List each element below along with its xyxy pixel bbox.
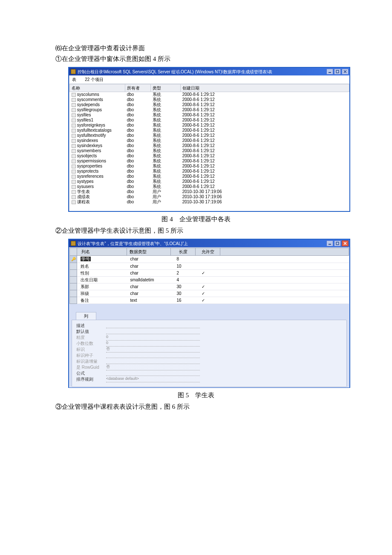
table-row[interactable]: 学生表dbo用户2010-10-30 17:19:06	[70, 189, 349, 194]
titlebar[interactable]: 设计表“学生表”，位置是“学生成绩管理表”中、“(LOCAL)”上	[69, 240, 349, 247]
col-type[interactable]: 数据类型	[127, 248, 171, 256]
design-row[interactable]: 出生日期smalldatetim4	[70, 276, 349, 283]
tab-column[interactable]: 列	[76, 312, 96, 320]
table-row[interactable]: sysfulltextnotifydbo系统2000-8-6 1:29:12	[70, 133, 349, 138]
row-selector[interactable]	[70, 290, 77, 297]
close-button[interactable]	[342, 69, 349, 75]
cell-length[interactable]: 30	[171, 283, 196, 290]
property-value[interactable]	[106, 329, 200, 334]
cell-length[interactable]: 4	[171, 276, 196, 283]
cell-owner: dbo	[125, 123, 151, 128]
table-row[interactable]: sysreferencesdbo系统2000-8-6 1:29:12	[70, 174, 349, 179]
cell-column-name[interactable]: 性别	[77, 269, 127, 276]
cell-data-type[interactable]: char	[127, 263, 171, 269]
design-row[interactable]: 姓名char10	[70, 263, 349, 269]
table-icon	[72, 170, 76, 173]
cell-column-name[interactable]: 学号	[77, 256, 127, 263]
col-name[interactable]: 列名	[77, 248, 127, 256]
design-row[interactable]: 备注text16✓	[70, 297, 349, 304]
cell-length[interactable]: 2	[171, 269, 196, 276]
row-selector[interactable]	[70, 263, 77, 269]
cell-allow-null[interactable]	[196, 256, 220, 263]
cell-allow-null[interactable]	[196, 276, 220, 283]
cell-data-type[interactable]: char	[127, 290, 171, 297]
cell-length[interactable]: 8	[171, 256, 196, 263]
cell-data-type[interactable]: char	[127, 256, 171, 263]
property-value[interactable]: 0	[106, 334, 200, 341]
table-row[interactable]: 成绩表dbo用户2010-10-30 17:19:06	[70, 194, 349, 199]
table-row[interactable]: sysusersdbo系统2000-8-6 1:29:12	[70, 184, 349, 189]
cell-length[interactable]: 16	[171, 297, 196, 304]
table-row[interactable]: systypesdbo系统2000-8-6 1:29:12	[70, 179, 349, 184]
column-design-grid[interactable]: 列名 数据类型 长度 允许空 🔑学号char8姓名char10性别char2✓出…	[69, 248, 349, 304]
table-row[interactable]: 课程表dbo用户2010-10-30 17:19:06	[70, 199, 349, 205]
property-value[interactable]	[106, 371, 200, 376]
titlebar[interactable]: 控制台根目录\Microsoft SQL Servers\SQL Server …	[69, 68, 349, 75]
row-selector[interactable]	[70, 276, 77, 283]
close-button[interactable]	[342, 240, 349, 246]
table-list[interactable]: 名称 所有者 类型 创建日期 syscolumnsdbo系统2000-8-6 1…	[69, 84, 349, 205]
cell-allow-null[interactable]	[196, 263, 220, 269]
property-value[interactable]: 0	[106, 340, 200, 347]
cell-length[interactable]: 30	[171, 290, 196, 297]
cell-data-type[interactable]: text	[127, 297, 171, 304]
design-row[interactable]: 性别char2✓	[70, 269, 349, 276]
col-date[interactable]: 创建日期	[181, 84, 349, 92]
table-row[interactable]: syspermissionsdbo系统2000-8-6 1:29:12	[70, 159, 349, 164]
row-selector[interactable]	[70, 297, 77, 304]
table-row[interactable]: sysmembersdbo系统2000-8-6 1:29:12	[70, 148, 349, 153]
cell-column-name[interactable]: 备注	[77, 297, 127, 304]
cell-column-name[interactable]: 系部	[77, 283, 127, 290]
svg-rect-5	[336, 242, 339, 245]
cell-allow-null[interactable]: ✓	[196, 290, 220, 297]
cell-length[interactable]: 10	[171, 263, 196, 269]
cell-column-name[interactable]: 出生日期	[77, 276, 127, 283]
col-allow-null[interactable]: 允许空	[196, 248, 220, 256]
property-value[interactable]: 否	[106, 364, 200, 370]
col-owner[interactable]: 所有者	[125, 84, 151, 92]
table-row[interactable]: sysfilesdbo系统2000-8-6 1:29:12	[70, 113, 349, 118]
property-value[interactable]: 否	[106, 346, 200, 353]
list-pane[interactable]: 表 22 个项目 名称 所有者 类型 创建日期 syscolumnsdbo系统2…	[69, 75, 349, 211]
col-length[interactable]: 长度	[171, 248, 196, 256]
cell-name: sysmembers	[77, 148, 101, 153]
property-value[interactable]	[106, 353, 200, 358]
table-row[interactable]: sysindexesdbo系统2000-8-6 1:29:12	[70, 138, 349, 143]
table-row[interactable]: sysdependsdbo系统2000-8-6 1:29:12	[70, 102, 349, 107]
col-name[interactable]: 名称	[70, 84, 125, 92]
cell-allow-null[interactable]: ✓	[196, 283, 220, 290]
cell-data-type[interactable]: char	[127, 269, 171, 276]
table-icon	[72, 165, 76, 168]
col-type[interactable]: 类型	[151, 84, 181, 92]
cell-column-name[interactable]: 姓名	[77, 263, 127, 269]
cell-data-type[interactable]: char	[127, 283, 171, 290]
table-row[interactable]: syscolumnsdbo系统2000-8-6 1:29:12	[70, 92, 349, 98]
table-row[interactable]: sysobjectsdbo系统2000-8-6 1:29:12	[70, 153, 349, 159]
cell-data-type[interactable]: smalldatetim	[127, 276, 171, 283]
table-row[interactable]: sysprotectsdbo系统2000-8-6 1:29:12	[70, 169, 349, 174]
property-value[interactable]	[106, 359, 200, 364]
table-row[interactable]: sysforeignkeysdbo系统2000-8-6 1:29:12	[70, 123, 349, 128]
table-row[interactable]: sysfiles1dbo系统2000-8-6 1:29:12	[70, 118, 349, 123]
cell-column-name[interactable]: 班级	[77, 290, 127, 297]
table-row[interactable]: syscommentsdbo系统2000-8-6 1:29:12	[70, 97, 349, 102]
maximize-button[interactable]	[334, 69, 341, 75]
row-selector[interactable]	[70, 269, 77, 276]
design-row[interactable]: 系部char30✓	[70, 283, 349, 290]
property-value[interactable]	[106, 323, 200, 328]
table-row[interactable]: sysfulltextcatalogsdbo系统2000-8-6 1:29:12	[70, 128, 349, 133]
design-row[interactable]: 🔑学号char8	[70, 256, 349, 263]
minimize-button[interactable]	[326, 69, 333, 75]
design-row[interactable]: 班级char30✓	[70, 290, 349, 297]
minimize-button[interactable]	[326, 240, 333, 246]
table-row[interactable]: sysfilegroupsdbo系统2000-8-6 1:29:12	[70, 107, 349, 113]
cell-date: 2000-8-6 1:29:12	[181, 184, 349, 189]
table-row[interactable]: sysindexkeysdbo系统2000-8-6 1:29:12	[70, 143, 349, 148]
table-row[interactable]: syspropertiesdbo系统2000-8-6 1:29:12	[70, 164, 349, 169]
property-value[interactable]: <database default>	[106, 376, 200, 382]
maximize-button[interactable]	[334, 240, 341, 246]
row-selector[interactable]: 🔑	[70, 256, 77, 263]
cell-allow-null[interactable]: ✓	[196, 297, 220, 304]
row-selector[interactable]	[70, 283, 77, 290]
cell-allow-null[interactable]: ✓	[196, 269, 220, 276]
